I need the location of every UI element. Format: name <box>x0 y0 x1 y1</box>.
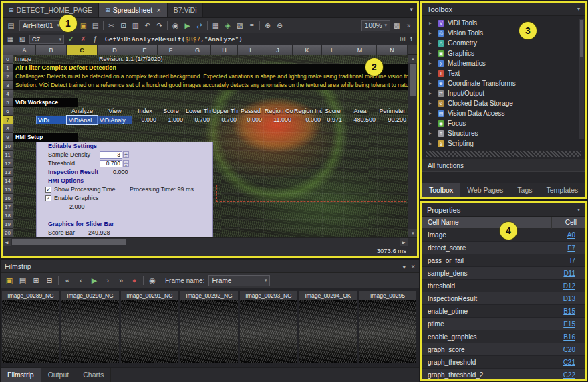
toolbox-category-vision-tools[interactable]: ▸◎Vision Tools <box>422 28 585 38</box>
filmstrip-thumbnail[interactable]: Image_00290_NG <box>61 291 119 365</box>
column-header-g[interactable]: G <box>184 45 211 55</box>
threshold-spinner[interactable]: ▲▼ <box>123 160 129 167</box>
zoom-select[interactable]: 100% ▾ <box>361 20 390 31</box>
row-header-18[interactable]: 18 <box>3 211 13 220</box>
row-header-14[interactable]: 14 <box>3 177 13 185</box>
cell-link[interactable]: C22 <box>563 371 585 379</box>
cell-n7[interactable]: 90.200 <box>377 116 408 124</box>
cell-link[interactable]: B15 <box>563 308 585 315</box>
cell-e7[interactable]: 0.000 <box>132 116 158 124</box>
cell-link[interactable]: A0 <box>567 231 585 239</box>
banner-cell[interactable]: Solution: ViDi Detect trained on a refer… <box>13 81 408 90</box>
filmstrip-thumbnail[interactable]: Image_00292_NG <box>180 291 238 365</box>
cell-a0[interactable]: Image <box>13 55 36 64</box>
column-header-j[interactable]: J <box>263 45 293 55</box>
column-header-d[interactable]: D <box>98 45 132 55</box>
cell-link[interactable]: I7 <box>570 257 585 264</box>
expand-arrow-icon[interactable]: ▸ <box>429 80 434 86</box>
chevron-down-icon[interactable]: ▾ <box>59 37 61 42</box>
filmstrip-thumbnail[interactable]: Image_00293_NG <box>240 291 297 365</box>
row-header-19[interactable]: 19 <box>3 220 13 229</box>
skip-last-icon[interactable]: » <box>115 274 127 286</box>
expand-arrow-icon[interactable]: ▸ <box>429 140 434 147</box>
cell-g6[interactable]: Lower Thre <box>184 107 211 116</box>
cell-m7[interactable]: 480.500 <box>343 116 377 124</box>
filmstrip-thumbnail[interactable]: Image_00291_NG <box>121 291 178 365</box>
row-header-17[interactable]: 17 <box>3 203 13 211</box>
scroll-right-icon[interactable]: ▶ <box>400 238 408 246</box>
record-icon[interactable]: ● <box>128 274 140 286</box>
tab-output[interactable]: Output <box>41 368 77 382</box>
play-icon[interactable]: ▶ <box>88 274 100 286</box>
insert-function-icon[interactable]: ƒ <box>90 35 100 43</box>
row-header-6[interactable]: 6 <box>3 107 13 116</box>
row-header-4[interactable]: 4 <box>3 90 13 98</box>
cell-d0[interactable]: Revision: 1.1 (1/7/2020) <box>98 55 191 64</box>
graphics-overlay-icon[interactable]: ◈ <box>222 20 233 31</box>
cell-f7[interactable]: 1.000 <box>158 116 184 124</box>
redo-icon[interactable]: ↷ <box>154 20 165 31</box>
vertical-scrollbar[interactable]: ▲▼ <box>408 55 417 237</box>
cell-g7[interactable]: 0.700 <box>184 116 211 124</box>
spin-down-icon[interactable]: ▼ <box>123 163 129 167</box>
cell-h6[interactable]: Upper Thre <box>211 107 238 116</box>
toolbox-category-focus[interactable]: ▸◉Focus <box>422 118 585 128</box>
close-panel-icon[interactable]: × <box>411 263 415 270</box>
cell-reference-box[interactable]: C7 ▾ <box>29 35 64 44</box>
section-band-cell[interactable]: HMI Setup <box>13 133 78 142</box>
column-header-b[interactable]: B <box>36 45 67 55</box>
expand-arrow-icon[interactable]: ▸ <box>429 100 434 106</box>
cell-link[interactable]: D11 <box>563 270 585 277</box>
toolbox-category-text[interactable]: ▸TText <box>422 68 585 78</box>
close-tab-icon[interactable]: × <box>156 6 160 14</box>
threshold-input[interactable]: 0.700 <box>100 160 122 167</box>
chevron-down-icon[interactable]: ▾ <box>402 263 406 270</box>
filmstrip-thumbnail[interactable]: Image_00295 <box>359 291 416 365</box>
tab-spreadsheet[interactable]: ⊞Spreadsheet× <box>99 3 168 17</box>
job-select[interactable]: AirFilter01 ▾ <box>19 20 63 31</box>
cell-link[interactable]: C21 <box>563 359 585 366</box>
tab-charts[interactable]: Charts <box>76 368 111 382</box>
paste-icon[interactable]: ▥ <box>130 20 141 31</box>
scroll-thumb[interactable] <box>410 64 416 96</box>
snippets-icon[interactable]: ≡ <box>246 20 257 31</box>
cell-d7[interactable]: ViDiAnaly <box>98 116 132 124</box>
row-header-3[interactable]: 3 <box>3 81 13 90</box>
scroll-thumb[interactable] <box>12 239 126 245</box>
acquire-image-icon[interactable]: ◉ <box>170 20 181 31</box>
toolbox-category-vision-data-access[interactable]: ▸▤Vision Data Access <box>422 108 585 118</box>
cell-c6[interactable]: Analyze <box>67 107 98 116</box>
expand-arrow-icon[interactable]: ▸ <box>429 110 434 116</box>
row-header-1[interactable]: 1 <box>3 64 13 72</box>
filmstrip-thumbnail[interactable]: Image_00294_OK <box>299 291 357 365</box>
scroll-left-icon[interactable]: ◀ <box>3 238 11 246</box>
horizontal-scrollbar[interactable]: ◀ ▶ <box>3 237 417 245</box>
cell-h7[interactable]: 0.700 <box>211 116 238 124</box>
add-image-icon[interactable]: ⊞ <box>30 274 42 286</box>
sample-density-spinner[interactable]: ▲▼ <box>123 151 129 159</box>
frame-select[interactable]: Frame ▾ <box>208 275 270 286</box>
toolbox-category-mathematics[interactable]: ▸∑Mathematics <box>422 58 585 68</box>
cell-m6[interactable]: Area <box>343 107 377 116</box>
toolbox-category-clocked-data-storage[interactable]: ▸⊙Clocked Data Storage <box>422 98 585 108</box>
row-header-13[interactable]: 13 <box>3 168 13 177</box>
cell-i7[interactable]: 0.000 <box>238 116 263 124</box>
camera-icon[interactable]: ◉ <box>146 274 158 286</box>
tab-toolbox[interactable]: Toolbox <box>422 183 460 197</box>
accept-formula-icon[interactable]: ✓ <box>66 35 76 43</box>
scroll-down-icon[interactable]: ▼ <box>408 229 417 237</box>
scroll-thumb[interactable] <box>580 20 583 57</box>
cell-i6[interactable]: Passed <box>238 107 263 116</box>
all-functions-item[interactable]: All functions <box>422 159 585 172</box>
cell-f6[interactable]: Score <box>158 107 184 116</box>
cell-link[interactable]: E15 <box>563 320 585 328</box>
toolbox-category-graphics[interactable]: ▸▣Graphics <box>422 48 585 58</box>
column-header-n[interactable]: N <box>377 45 408 55</box>
row-header-8[interactable]: 8 <box>3 124 13 133</box>
tab-web-pages[interactable]: Web Pages <box>460 183 510 197</box>
row-header-0[interactable]: 0 <box>3 55 13 64</box>
cell-b7[interactable]: ViDi <box>36 116 67 124</box>
toolbox-category-vidi-tools[interactable]: ▸VViDi Tools <box>422 18 585 28</box>
column-header-h[interactable]: H <box>211 45 238 55</box>
formula-input[interactable]: GetViDiAnalyzeResult($B$7,"Analyze") <box>102 35 396 44</box>
